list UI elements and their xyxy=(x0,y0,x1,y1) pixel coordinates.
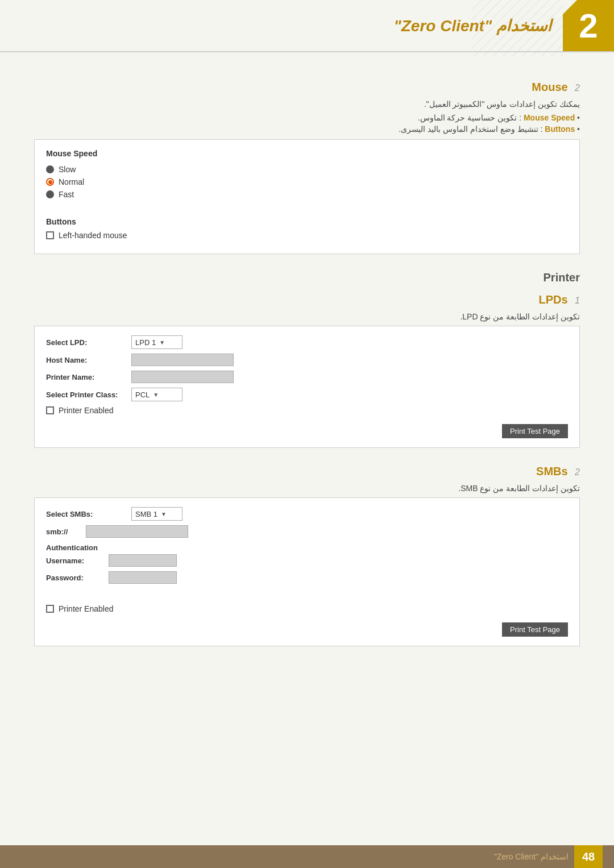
lpd-printer-enabled-box[interactable] xyxy=(46,406,54,414)
select-lpd-dropdown[interactable]: LPD 1 ▼ xyxy=(131,335,182,349)
password-row: Password: xyxy=(46,571,568,584)
buttons-section-title: Buttons xyxy=(46,217,568,226)
host-name-label: Host Name: xyxy=(46,356,126,364)
smb-url-label: smb:// xyxy=(46,528,80,536)
slow-radio-circle[interactable] xyxy=(46,165,54,173)
normal-label: Normal xyxy=(59,177,84,186)
mouse-speed-panel: Mouse Speed Slow Normal Fast Buttons Lef… xyxy=(34,139,580,254)
chapter-badge: 2 xyxy=(563,0,614,51)
select-lpd-value: LPD 1 xyxy=(135,338,156,347)
mouse-section-title: Mouse xyxy=(532,81,567,93)
left-handed-label: Left-handed mouse xyxy=(59,231,127,240)
smb-url-row: smb:// xyxy=(46,525,568,538)
password-input[interactable] xyxy=(109,571,177,584)
lpd-section-title: LPDs xyxy=(539,293,568,306)
smb-section-title: SMBs xyxy=(536,465,568,477)
mouse-section-number: 2 xyxy=(575,83,580,93)
header-content: استخدام "Zero Client" xyxy=(0,0,563,51)
mouse-speed-text: : تكوين حساسية حركة الماوس. xyxy=(418,113,521,122)
mouse-bullet-speed: Mouse Speed : تكوين حساسية حركة الماوس. xyxy=(34,113,580,122)
select-smb-label: Select SMBs: xyxy=(46,510,126,518)
lpd-section-heading: 1 LPDs xyxy=(34,293,580,306)
mouse-buttons-keyword: Buttons xyxy=(545,124,575,134)
password-label: Password: xyxy=(46,574,103,582)
auth-label: Authentication xyxy=(46,543,568,552)
left-handed-checkbox-box[interactable] xyxy=(46,231,54,239)
smb-section-heading: 2 SMBs xyxy=(34,465,580,478)
footer-text: استخدام "Zero Client" xyxy=(494,852,569,861)
select-printer-class-row: Select Printer Class: PCL ▼ xyxy=(46,388,568,401)
select-smb-arrow: ▼ xyxy=(161,511,167,517)
username-input[interactable] xyxy=(109,554,177,567)
footer: استخدام "Zero Client" 48 xyxy=(0,845,614,868)
host-name-input[interactable] xyxy=(131,354,234,366)
mouse-speed-radio-group: Slow Normal Fast xyxy=(46,165,568,199)
fast-radio-circle[interactable] xyxy=(46,190,54,198)
select-smb-row: Select SMBs: SMB 1 ▼ xyxy=(46,507,568,521)
normal-radio-circle[interactable] xyxy=(46,178,54,186)
lpd-printer-enabled-label: Printer Enabled xyxy=(59,406,114,415)
mouse-speed-slow[interactable]: Slow xyxy=(46,165,568,174)
mouse-speed-normal[interactable]: Normal xyxy=(46,177,568,186)
mouse-section-heading: 2 Mouse xyxy=(34,81,580,94)
smb-section-desc: تكوين إعدادات الطابعة من نوع SMB. xyxy=(34,484,580,493)
smb-url-input[interactable] xyxy=(86,525,188,538)
header-title: استخدام "Zero Client" xyxy=(393,16,551,35)
header: استخدام "Zero Client" 2 xyxy=(0,0,614,52)
smb-printer-enabled-box[interactable] xyxy=(46,605,54,613)
lpd-panel: Select LPD: LPD 1 ▼ Host Name: Printer N… xyxy=(34,326,580,448)
username-label: Username: xyxy=(46,556,103,565)
select-printer-class-arrow: ▼ xyxy=(153,392,159,398)
host-name-row: Host Name: xyxy=(46,354,568,366)
select-lpd-arrow: ▼ xyxy=(159,339,165,346)
select-lpd-label: Select LPD: xyxy=(46,338,126,347)
slow-label: Slow xyxy=(59,165,76,174)
username-row: Username: xyxy=(46,554,568,567)
footer-page-number: 48 xyxy=(574,845,603,868)
mouse-speed-panel-title: Mouse Speed xyxy=(46,149,568,158)
select-smb-dropdown[interactable]: SMB 1 ▼ xyxy=(131,507,182,521)
printer-heading: Printer xyxy=(34,271,580,284)
smb-section-number: 2 xyxy=(575,467,580,477)
smb-print-test-button[interactable]: Print Test Page xyxy=(502,622,568,637)
lpd-section-number: 1 xyxy=(575,296,580,305)
printer-name-input[interactable] xyxy=(131,371,234,383)
smb-panel: Select SMBs: SMB 1 ▼ smb:// Authenticati… xyxy=(34,497,580,646)
printer-name-label: Printer Name: xyxy=(46,373,126,381)
mouse-speed-keyword: Mouse Speed xyxy=(524,113,575,122)
lpd-printer-enabled-checkbox[interactable]: Printer Enabled xyxy=(46,406,568,415)
left-handed-mouse-checkbox[interactable]: Left-handed mouse xyxy=(46,231,568,240)
smb-printer-enabled-checkbox[interactable]: Printer Enabled xyxy=(46,604,568,613)
lpd-print-test-button[interactable]: Print Test Page xyxy=(502,424,568,438)
smb-btn-row: Print Test Page xyxy=(46,618,568,637)
lpd-btn-row: Print Test Page xyxy=(46,420,568,438)
smb-printer-enabled-label: Printer Enabled xyxy=(59,604,114,613)
lpd-section-desc: تكوين إعدادات الطابعة من نوع LPD. xyxy=(34,312,580,321)
mouse-bullet-list: Mouse Speed : تكوين حساسية حركة الماوس. … xyxy=(34,113,580,134)
mouse-section-desc: يمكنك تكوين إعدادات ماوس "الكمبيوتر العم… xyxy=(34,99,580,109)
main-content: 2 Mouse يمكنك تكوين إعدادات ماوس "الكمبي… xyxy=(0,52,614,675)
select-printer-class-value: PCL xyxy=(135,391,150,399)
mouse-speed-fast[interactable]: Fast xyxy=(46,190,568,199)
mouse-buttons-text: : تنشيط وضع استخدام الماوس باليد اليسرى. xyxy=(399,124,542,134)
select-lpd-row: Select LPD: LPD 1 ▼ xyxy=(46,335,568,349)
select-printer-class-label: Select Printer Class: xyxy=(46,391,126,399)
mouse-bullet-buttons: Buttons : تنشيط وضع استخدام الماوس باليد… xyxy=(34,124,580,134)
select-printer-class-dropdown[interactable]: PCL ▼ xyxy=(131,388,182,401)
fast-label: Fast xyxy=(59,190,74,199)
select-smb-value: SMB 1 xyxy=(135,510,157,518)
chapter-number: 2 xyxy=(579,6,598,45)
printer-name-row: Printer Name: xyxy=(46,371,568,383)
